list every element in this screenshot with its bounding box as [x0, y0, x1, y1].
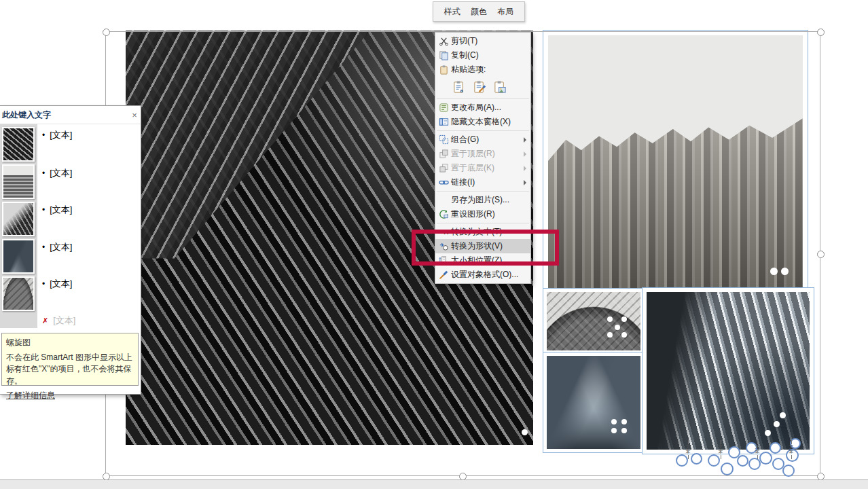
photo-dot — [770, 268, 778, 275]
placeholder-char: 文 — [788, 444, 795, 450]
smartart-photo-dome[interactable] — [543, 288, 645, 355]
photo-dot — [781, 268, 789, 275]
learn-more-link[interactable]: 了解详细信息 — [6, 390, 55, 401]
thumbnail-1[interactable] — [2, 127, 35, 162]
menu-separator — [437, 191, 529, 192]
menu-item-link[interactable]: 链接(I) — [435, 175, 530, 189]
toolbar-style-button[interactable]: 样式 — [444, 6, 460, 18]
menu-item-copy[interactable]: 复制(C) — [435, 48, 530, 62]
photo-dot — [522, 429, 528, 435]
toolbar-layout-button[interactable]: 布局 — [497, 6, 513, 18]
photo-dot — [607, 332, 613, 338]
resize-handle-top-left[interactable] — [103, 29, 110, 36]
menu-item-cut[interactable]: 剪切(T) — [435, 34, 530, 48]
menu-separator — [437, 223, 529, 223]
photo-dot — [621, 316, 627, 322]
photo-dot — [607, 316, 613, 322]
copy-icon — [439, 50, 451, 61]
paste-option-use-destination-theme-icon[interactable]: a — [451, 79, 467, 95]
group-icon — [439, 134, 451, 145]
smartart-text-placeholder[interactable]: 文 本 — [685, 440, 691, 459]
photo-dot — [621, 419, 627, 424]
text-pane-item[interactable]: • [文本] — [42, 204, 72, 216]
smartart-circle[interactable] — [770, 442, 781, 454]
warning-title: 螺旋图 — [6, 337, 134, 348]
svg-text:a: a — [460, 88, 463, 94]
paste-option-picture-icon[interactable] — [492, 79, 508, 95]
slide-canvas: 文 本 文 本 文 本 文 本 样式 颜色 布局 此处键入文字 × — [0, 0, 868, 489]
smartart-circle[interactable] — [759, 452, 772, 465]
item-label[interactable]: [文本] — [53, 314, 75, 327]
reset-graphic-icon — [439, 209, 451, 220]
menu-item-hide-text-pane[interactable]: 隐藏文本窗格(X) — [435, 115, 530, 129]
item-label[interactable]: [文本] — [50, 167, 72, 179]
text-pane-header: 此处键入文字 × — [0, 106, 141, 124]
photo-dot — [615, 325, 620, 330]
photo-building — [548, 111, 803, 289]
thumbnail-5[interactable] — [2, 276, 35, 311]
smartart-text-pane: 此处键入文字 × • [文本] • [文本] • [文本] • [文本] • — [0, 105, 141, 395]
smartart-warning-box: 螺旋图 不会在此 SmartArt 图形中显示以上标有红色"X"的项目，也不会将… — [1, 333, 139, 386]
thumbnail-4[interactable] — [2, 239, 35, 274]
photo-dot — [611, 428, 617, 433]
send-to-back-icon — [439, 163, 451, 174]
photo-sky — [548, 35, 803, 289]
text-pane-item[interactable]: • [文本] — [42, 167, 72, 179]
photo-dot — [611, 419, 617, 424]
tick — [757, 455, 758, 459]
text-pane-item[interactable]: • [文本] — [42, 278, 72, 290]
menu-separator — [437, 130, 529, 131]
menu-item-send-to-back: 置于底层(K) — [435, 161, 530, 175]
toolbar-color-button[interactable]: 颜色 — [471, 6, 487, 18]
smartart-circle[interactable] — [782, 465, 795, 477]
item-label[interactable]: [文本] — [50, 204, 72, 216]
submenu-arrow-icon — [524, 137, 526, 143]
bullet-icon: • — [42, 168, 45, 178]
thumbnail-strip — [0, 124, 37, 328]
smartart-text-placeholder[interactable]: 文 本 — [788, 440, 795, 459]
change-layout-icon — [439, 103, 451, 113]
smartart-text-placeholder[interactable]: 文 本 — [754, 440, 761, 459]
thumbnail-2[interactable] — [2, 164, 35, 199]
smartart-circle[interactable] — [737, 455, 748, 467]
item-label[interactable]: [文本] — [50, 278, 72, 290]
paste-option-keep-source-formatting-icon[interactable] — [471, 79, 488, 95]
smartart-circle[interactable] — [691, 453, 702, 465]
placeholder-char: 文 — [754, 444, 761, 450]
bullet-icon: • — [42, 279, 45, 289]
menu-item-bring-to-front: 置于顶层(R) — [435, 147, 530, 161]
smartart-text-placeholder[interactable]: 文 本 — [717, 440, 724, 459]
menu-item-save-as-picture[interactable]: 另存为图片(S)... — [435, 193, 530, 207]
submenu-arrow-icon — [524, 180, 526, 185]
item-label[interactable]: [文本] — [50, 241, 72, 253]
item-label[interactable]: [文本] — [50, 129, 72, 141]
resize-handle-top-right[interactable] — [817, 29, 825, 36]
smartart-photo-bottom-right[interactable] — [642, 287, 814, 454]
menu-item-format-object[interactable]: 设置对象格式(O)... — [435, 268, 530, 282]
text-pane-item[interactable]: • [文本] — [42, 241, 72, 253]
text-pane-title: 此处键入文字 — [0, 109, 128, 121]
warning-body: 不会在此 SmartArt 图形中显示以上标有红色"X"的项目，也不会将其保存。 — [6, 352, 134, 387]
placeholder-char: 本 — [788, 450, 795, 455]
tick — [721, 455, 721, 459]
text-pane-item-excluded[interactable]: ✗ [文本] — [42, 314, 75, 327]
photo-dot — [621, 332, 627, 338]
blank-icon — [439, 195, 451, 206]
smartart-mini-toolbar: 样式 颜色 布局 — [433, 1, 525, 22]
close-icon[interactable]: × — [128, 110, 141, 120]
menu-item-change-layout[interactable]: 更改布局(A)... — [435, 101, 530, 115]
photo-dot — [621, 428, 627, 433]
red-highlight-box — [412, 230, 559, 266]
smartart-photo-symmetric[interactable] — [543, 352, 645, 453]
thumbnail-3[interactable] — [2, 202, 35, 236]
text-pane-item[interactable]: • [文本] — [42, 129, 72, 141]
link-icon — [439, 177, 451, 188]
smartart-circle[interactable] — [721, 463, 734, 475]
tick — [688, 455, 689, 459]
smartart-photo-top-right[interactable] — [543, 30, 808, 294]
menu-separator — [437, 98, 529, 99]
submenu-arrow-icon — [524, 151, 526, 157]
resize-handle-mid-right[interactable] — [817, 251, 825, 258]
menu-item-reset-graphic[interactable]: 重设图形(R) — [435, 207, 530, 221]
menu-item-group[interactable]: 组合(G) — [435, 132, 530, 147]
